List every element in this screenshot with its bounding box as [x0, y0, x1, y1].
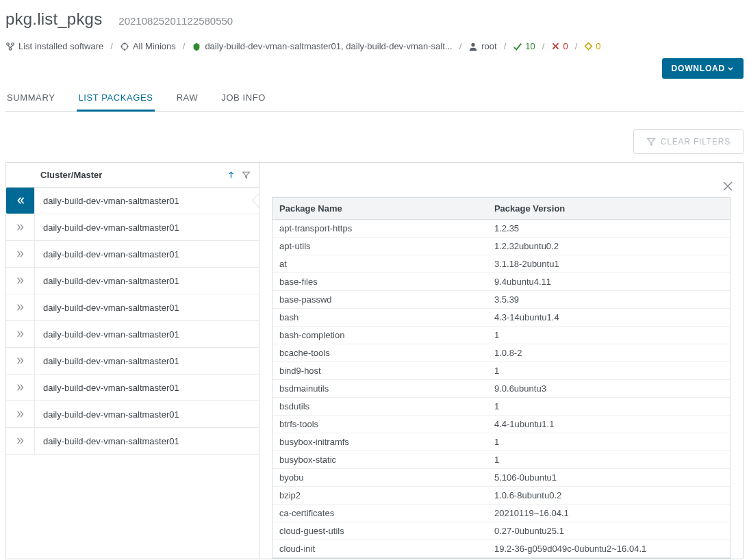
tab-raw[interactable]: RAW: [175, 88, 200, 111]
download-row: DOWNLOAD: [5, 55, 744, 83]
cell-package-version: 3.1.18-2ubuntu1: [487, 255, 730, 273]
cluster-row[interactable]: daily-build-dev-vman-saltmaster01: [6, 294, 259, 321]
cell-package-version: 1.2.35: [487, 220, 730, 238]
cell-package-version: 5.106-0ubuntu1: [487, 469, 730, 487]
breadcrumb-target[interactable]: All Minions: [120, 41, 176, 51]
cluster-row[interactable]: daily-build-dev-vman-saltmaster01: [6, 241, 259, 268]
branch-icon: [5, 42, 15, 51]
page-header: pkg.list_pkgs 20210825201122580550: [5, 8, 744, 41]
filters-row: CLEAR FILTERS: [5, 112, 744, 162]
sort-asc-icon[interactable]: [227, 171, 235, 179]
x-icon: [551, 42, 560, 51]
expand-icon[interactable]: [6, 401, 35, 427]
filter-icon: [646, 137, 656, 147]
cluster-row-label: daily-build-dev-vman-saltmaster01: [35, 241, 259, 267]
table-row[interactable]: busybox-static1: [272, 451, 730, 469]
table-row[interactable]: base-passwd3.5.39: [272, 291, 730, 309]
target-icon: [120, 42, 129, 51]
table-row[interactable]: apt-utils1.2.32ubuntu0.2: [272, 238, 730, 255]
cluster-row[interactable]: daily-build-dev-vman-saltmaster01: [6, 268, 259, 294]
table-row[interactable]: bash4.3-14ubuntu1.4: [272, 309, 730, 327]
svg-point-1: [12, 42, 14, 45]
status-success: 10: [513, 41, 535, 51]
table-row[interactable]: base-files9.4ubuntu4.11: [272, 273, 730, 291]
packages-pane: Package Name Package Version apt-transpo…: [259, 163, 743, 559]
cell-package-name: base-passwd: [272, 291, 487, 309]
expand-icon[interactable]: [6, 374, 35, 400]
expand-icon[interactable]: [6, 294, 35, 320]
col-package-name[interactable]: Package Name: [272, 198, 487, 220]
tab-summary[interactable]: SUMMARY: [5, 88, 56, 111]
expand-icon[interactable]: [6, 268, 35, 294]
cell-package-version: 4.4-1ubuntu1.1: [487, 416, 730, 433]
table-row[interactable]: byobu5.106-0ubuntu1: [272, 469, 730, 487]
table-row[interactable]: bsdmainutils9.0.6ubuntu3: [272, 380, 730, 398]
cluster-row-label: daily-build-dev-vman-saltmaster01: [35, 188, 259, 214]
table-row[interactable]: bash-completion1: [272, 327, 730, 344]
status-fail-count: 0: [563, 41, 568, 51]
cluster-master-list[interactable]: daily-build-dev-vman-saltmaster01daily-b…: [6, 188, 259, 559]
download-button[interactable]: DOWNLOAD: [662, 58, 744, 79]
breadcrumb-user[interactable]: root: [468, 41, 496, 51]
tabs: SUMMARY LIST PACKAGES RAW JOB INFO: [5, 83, 744, 112]
breadcrumb-minions[interactable]: daily-build-dev-vman-saltmaster01, daily…: [192, 41, 452, 51]
tab-job-info[interactable]: JOB INFO: [220, 88, 267, 111]
breadcrumb-software[interactable]: List installed software: [5, 41, 103, 51]
cell-package-version: 0.27-0ubuntu25.1: [487, 522, 730, 540]
cell-package-version: 19.2-36-g059d049c-0ubuntu2~16.04.1: [487, 540, 730, 558]
cluster-row[interactable]: daily-build-dev-vman-saltmaster01: [6, 214, 259, 241]
user-icon: [468, 42, 478, 51]
table-row[interactable]: busybox-initramfs1: [272, 433, 730, 451]
table-row[interactable]: bcache-tools1.0.8-2: [272, 344, 730, 362]
cluster-row[interactable]: daily-build-dev-vman-saltmaster01: [6, 348, 259, 374]
expand-icon[interactable]: [6, 428, 35, 454]
cluster-row-label: daily-build-dev-vman-saltmaster01: [35, 214, 259, 240]
cell-package-version: 1: [487, 451, 730, 469]
table-row[interactable]: ca-certificates20210119~16.04.1: [272, 505, 730, 522]
cluster-row[interactable]: daily-build-dev-vman-saltmaster01: [6, 374, 259, 401]
filter-icon[interactable]: [242, 170, 251, 179]
table-row[interactable]: bsdutils1: [272, 398, 730, 416]
tab-list-packages[interactable]: LIST PACKAGES: [77, 88, 154, 112]
cell-package-name: busybox-static: [272, 451, 487, 469]
table-row[interactable]: bind9-host1: [272, 362, 730, 380]
cell-package-version: 1: [487, 398, 730, 416]
svg-point-2: [9, 47, 12, 50]
cluster-row-label: daily-build-dev-vman-saltmaster01: [35, 374, 259, 400]
cell-package-name: base-files: [272, 273, 487, 291]
cluster-row-label: daily-build-dev-vman-saltmaster01: [35, 321, 259, 347]
table-row[interactable]: btrfs-tools4.4-1ubuntu1.1: [272, 416, 730, 433]
cluster-row[interactable]: daily-build-dev-vman-saltmaster01: [6, 428, 259, 455]
diamond-icon: [584, 42, 593, 51]
svg-point-3: [122, 43, 128, 49]
breadcrumb-minions-label: daily-build-dev-vman-saltmaster01, daily…: [205, 41, 452, 51]
close-icon[interactable]: [722, 181, 733, 192]
status-changes-count: 0: [596, 41, 600, 51]
cell-package-name: apt-utils: [272, 238, 487, 255]
expand-icon[interactable]: [6, 321, 35, 347]
table-row[interactable]: apt-transport-https1.2.35: [272, 220, 730, 238]
col-package-version[interactable]: Package Version: [487, 198, 730, 220]
cell-package-version: 20210119~16.04.1: [487, 505, 730, 522]
expand-icon[interactable]: [6, 241, 35, 267]
breadcrumb-sep: /: [501, 41, 509, 51]
cluster-row[interactable]: daily-build-dev-vman-saltmaster01: [6, 188, 259, 214]
clear-filters-button[interactable]: CLEAR FILTERS: [633, 129, 744, 154]
table-row[interactable]: cloud-init19.2-36-g059d049c-0ubuntu2~16.…: [272, 540, 730, 558]
table-row[interactable]: at3.1.18-2ubuntu1: [272, 255, 730, 273]
cell-package-name: cloud-guest-utils: [272, 522, 487, 540]
expand-icon[interactable]: [6, 214, 35, 240]
svg-point-0: [7, 42, 10, 45]
expand-icon[interactable]: [6, 348, 35, 374]
table-row[interactable]: cloud-guest-utils0.27-0ubuntu25.1: [272, 522, 730, 540]
cluster-row[interactable]: daily-build-dev-vman-saltmaster01: [6, 321, 259, 348]
job-id: 20210825201122580550: [118, 15, 233, 27]
collapse-icon[interactable]: [6, 188, 35, 214]
packages-table-wrap[interactable]: Package Name Package Version apt-transpo…: [272, 197, 731, 559]
breadcrumb-sep: /: [539, 41, 548, 51]
status-success-count: 10: [525, 41, 535, 51]
table-row[interactable]: bzip21.0.6-8ubuntu0.2: [272, 487, 730, 505]
cluster-row[interactable]: daily-build-dev-vman-saltmaster01: [6, 401, 259, 428]
packages-table: Package Name Package Version apt-transpo…: [272, 198, 730, 558]
clear-filters-label: CLEAR FILTERS: [661, 137, 731, 147]
